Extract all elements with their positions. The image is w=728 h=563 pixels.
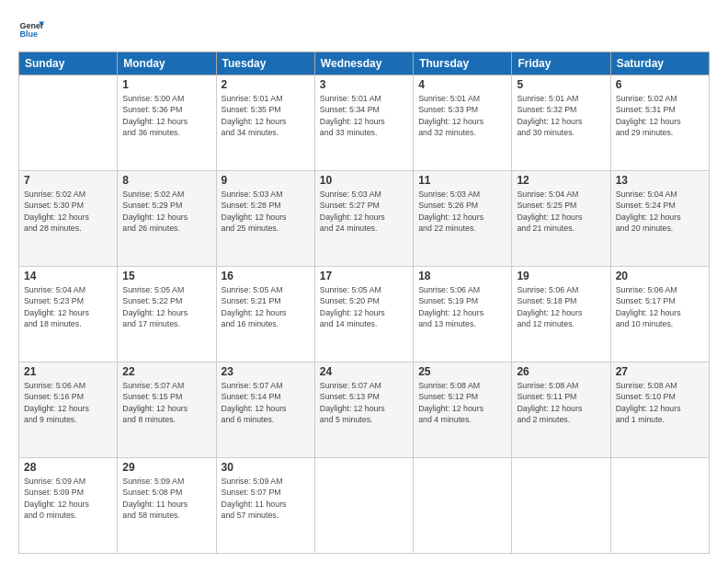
logo: General Blue bbox=[18, 17, 44, 42]
calendar-cell: 23Sunrise: 5:07 AM Sunset: 5:14 PM Dayli… bbox=[216, 362, 314, 458]
day-info: Sunrise: 5:08 AM Sunset: 5:12 PM Dayligh… bbox=[418, 380, 506, 425]
day-number: 30 bbox=[222, 461, 310, 474]
day-number: 9 bbox=[222, 174, 310, 187]
calendar-cell bbox=[414, 458, 512, 554]
day-number: 4 bbox=[418, 78, 506, 91]
day-info: Sunrise: 5:09 AM Sunset: 5:09 PM Dayligh… bbox=[24, 476, 112, 521]
calendar-week-row: 28Sunrise: 5:09 AM Sunset: 5:09 PM Dayli… bbox=[19, 458, 710, 554]
day-info: Sunrise: 5:07 AM Sunset: 5:13 PM Dayligh… bbox=[320, 380, 408, 425]
day-number: 6 bbox=[616, 78, 704, 91]
day-info: Sunrise: 5:04 AM Sunset: 5:25 PM Dayligh… bbox=[517, 189, 605, 234]
calendar-cell: 8Sunrise: 5:02 AM Sunset: 5:29 PM Daylig… bbox=[118, 171, 216, 267]
calendar-week-row: 1Sunrise: 5:00 AM Sunset: 5:36 PM Daylig… bbox=[19, 75, 710, 171]
day-number: 14 bbox=[24, 270, 112, 282]
day-number: 25 bbox=[418, 365, 506, 378]
day-info: Sunrise: 5:08 AM Sunset: 5:11 PM Dayligh… bbox=[517, 380, 605, 425]
weekday-header-row: SundayMondayTuesdayWednesdayThursdayFrid… bbox=[19, 52, 710, 75]
weekday-header-wednesday: Wednesday bbox=[314, 52, 413, 75]
day-info: Sunrise: 5:01 AM Sunset: 5:33 PM Dayligh… bbox=[418, 93, 506, 138]
calendar-cell: 25Sunrise: 5:08 AM Sunset: 5:12 PM Dayli… bbox=[414, 362, 512, 458]
day-info: Sunrise: 5:01 AM Sunset: 5:35 PM Dayligh… bbox=[222, 93, 310, 138]
day-info: Sunrise: 5:07 AM Sunset: 5:15 PM Dayligh… bbox=[122, 380, 210, 425]
day-number: 2 bbox=[222, 78, 310, 91]
day-info: Sunrise: 5:03 AM Sunset: 5:27 PM Dayligh… bbox=[320, 189, 408, 234]
day-info: Sunrise: 5:00 AM Sunset: 5:36 PM Dayligh… bbox=[122, 93, 210, 138]
day-info: Sunrise: 5:05 AM Sunset: 5:20 PM Dayligh… bbox=[320, 284, 408, 329]
day-info: Sunrise: 5:06 AM Sunset: 5:19 PM Dayligh… bbox=[418, 284, 506, 329]
day-info: Sunrise: 5:03 AM Sunset: 5:26 PM Dayligh… bbox=[418, 189, 506, 234]
day-number: 18 bbox=[418, 270, 506, 282]
weekday-header-sunday: Sunday bbox=[19, 52, 118, 75]
day-number: 3 bbox=[320, 78, 408, 91]
calendar-cell: 7Sunrise: 5:02 AM Sunset: 5:30 PM Daylig… bbox=[19, 171, 118, 267]
day-number: 5 bbox=[517, 78, 605, 91]
weekday-header-saturday: Saturday bbox=[610, 52, 709, 75]
calendar-week-row: 7Sunrise: 5:02 AM Sunset: 5:30 PM Daylig… bbox=[19, 171, 710, 267]
calendar-cell bbox=[19, 75, 118, 171]
day-number: 12 bbox=[517, 174, 605, 187]
day-number: 16 bbox=[222, 270, 310, 282]
day-info: Sunrise: 5:06 AM Sunset: 5:17 PM Dayligh… bbox=[616, 284, 704, 329]
calendar-cell: 28Sunrise: 5:09 AM Sunset: 5:09 PM Dayli… bbox=[19, 458, 118, 554]
day-info: Sunrise: 5:04 AM Sunset: 5:23 PM Dayligh… bbox=[24, 284, 112, 329]
calendar-cell: 21Sunrise: 5:06 AM Sunset: 5:16 PM Dayli… bbox=[19, 362, 118, 458]
weekday-header-monday: Monday bbox=[118, 52, 216, 75]
day-info: Sunrise: 5:02 AM Sunset: 5:31 PM Dayligh… bbox=[616, 93, 704, 138]
day-number: 24 bbox=[320, 365, 408, 378]
calendar-cell: 16Sunrise: 5:05 AM Sunset: 5:21 PM Dayli… bbox=[216, 267, 314, 362]
day-info: Sunrise: 5:06 AM Sunset: 5:16 PM Dayligh… bbox=[24, 380, 112, 425]
day-number: 17 bbox=[320, 270, 408, 282]
day-number: 1 bbox=[122, 78, 210, 91]
calendar-cell: 10Sunrise: 5:03 AM Sunset: 5:27 PM Dayli… bbox=[314, 171, 413, 267]
calendar-cell: 1Sunrise: 5:00 AM Sunset: 5:36 PM Daylig… bbox=[118, 75, 216, 171]
calendar-cell bbox=[314, 458, 413, 554]
day-number: 19 bbox=[517, 270, 605, 282]
day-info: Sunrise: 5:06 AM Sunset: 5:18 PM Dayligh… bbox=[517, 284, 605, 329]
day-info: Sunrise: 5:09 AM Sunset: 5:08 PM Dayligh… bbox=[122, 476, 210, 521]
calendar-cell: 18Sunrise: 5:06 AM Sunset: 5:19 PM Dayli… bbox=[414, 267, 512, 362]
calendar-cell: 24Sunrise: 5:07 AM Sunset: 5:13 PM Dayli… bbox=[314, 362, 413, 458]
calendar-cell: 14Sunrise: 5:04 AM Sunset: 5:23 PM Dayli… bbox=[19, 267, 118, 362]
calendar-cell: 13Sunrise: 5:04 AM Sunset: 5:24 PM Dayli… bbox=[610, 171, 709, 267]
day-number: 20 bbox=[616, 270, 704, 282]
calendar-cell: 2Sunrise: 5:01 AM Sunset: 5:35 PM Daylig… bbox=[216, 75, 314, 171]
day-number: 22 bbox=[122, 365, 210, 378]
calendar-cell bbox=[610, 458, 709, 554]
calendar-week-row: 14Sunrise: 5:04 AM Sunset: 5:23 PM Dayli… bbox=[19, 267, 710, 362]
calendar-cell: 15Sunrise: 5:05 AM Sunset: 5:22 PM Dayli… bbox=[118, 267, 216, 362]
header: General Blue bbox=[18, 17, 710, 42]
calendar-cell: 4Sunrise: 5:01 AM Sunset: 5:33 PM Daylig… bbox=[414, 75, 512, 171]
day-info: Sunrise: 5:03 AM Sunset: 5:28 PM Dayligh… bbox=[222, 189, 310, 234]
calendar-cell: 26Sunrise: 5:08 AM Sunset: 5:11 PM Dayli… bbox=[512, 362, 610, 458]
day-number: 21 bbox=[24, 365, 112, 378]
logo-icon: General Blue bbox=[18, 17, 44, 42]
calendar-cell: 27Sunrise: 5:08 AM Sunset: 5:10 PM Dayli… bbox=[610, 362, 709, 458]
calendar-cell: 30Sunrise: 5:09 AM Sunset: 5:07 PM Dayli… bbox=[216, 458, 314, 554]
page: General Blue SundayMondayTuesdayWednesda… bbox=[0, 0, 728, 563]
day-info: Sunrise: 5:05 AM Sunset: 5:22 PM Dayligh… bbox=[122, 284, 210, 329]
calendar-cell: 9Sunrise: 5:03 AM Sunset: 5:28 PM Daylig… bbox=[216, 171, 314, 267]
day-number: 8 bbox=[122, 174, 210, 187]
calendar-cell: 22Sunrise: 5:07 AM Sunset: 5:15 PM Dayli… bbox=[118, 362, 216, 458]
calendar-cell: 5Sunrise: 5:01 AM Sunset: 5:32 PM Daylig… bbox=[512, 75, 610, 171]
day-number: 23 bbox=[222, 365, 310, 378]
calendar-cell: 3Sunrise: 5:01 AM Sunset: 5:34 PM Daylig… bbox=[314, 75, 413, 171]
day-number: 29 bbox=[122, 461, 210, 474]
calendar-cell bbox=[512, 458, 610, 554]
weekday-header-thursday: Thursday bbox=[414, 52, 512, 75]
calendar-cell: 19Sunrise: 5:06 AM Sunset: 5:18 PM Dayli… bbox=[512, 267, 610, 362]
calendar-cell: 12Sunrise: 5:04 AM Sunset: 5:25 PM Dayli… bbox=[512, 171, 610, 267]
day-info: Sunrise: 5:01 AM Sunset: 5:34 PM Dayligh… bbox=[320, 93, 408, 138]
day-number: 15 bbox=[122, 270, 210, 282]
day-info: Sunrise: 5:02 AM Sunset: 5:30 PM Dayligh… bbox=[24, 189, 112, 234]
day-info: Sunrise: 5:04 AM Sunset: 5:24 PM Dayligh… bbox=[616, 189, 704, 234]
day-number: 11 bbox=[418, 174, 506, 187]
weekday-header-tuesday: Tuesday bbox=[216, 52, 314, 75]
day-info: Sunrise: 5:08 AM Sunset: 5:10 PM Dayligh… bbox=[616, 380, 704, 425]
day-info: Sunrise: 5:09 AM Sunset: 5:07 PM Dayligh… bbox=[222, 476, 310, 521]
day-info: Sunrise: 5:01 AM Sunset: 5:32 PM Dayligh… bbox=[517, 93, 605, 138]
day-info: Sunrise: 5:05 AM Sunset: 5:21 PM Dayligh… bbox=[222, 284, 310, 329]
calendar-week-row: 21Sunrise: 5:06 AM Sunset: 5:16 PM Dayli… bbox=[19, 362, 710, 458]
day-number: 28 bbox=[24, 461, 112, 474]
calendar-table: SundayMondayTuesdayWednesdayThursdayFrid… bbox=[18, 52, 710, 554]
